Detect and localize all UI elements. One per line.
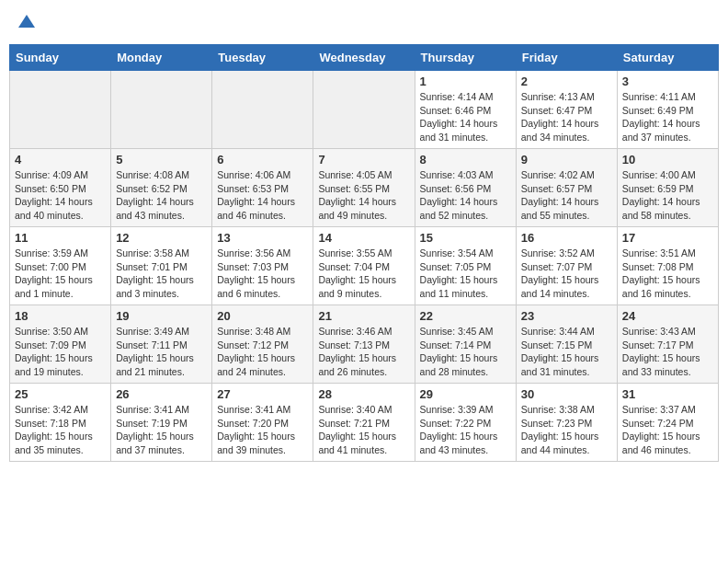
weekday-header-monday: Monday	[111, 45, 212, 71]
day-number: 23	[521, 309, 612, 323]
day-detail: Sunrise: 3:55 AM Sunset: 7:04 PM Dayligh…	[318, 247, 409, 301]
day-detail: Sunrise: 3:52 AM Sunset: 7:07 PM Dayligh…	[521, 247, 612, 301]
day-detail: Sunrise: 4:00 AM Sunset: 6:59 PM Dayligh…	[622, 168, 713, 223]
calendar-cell: 9Sunrise: 4:02 AM Sunset: 6:57 PM Daylig…	[516, 149, 617, 227]
logo	[17, 13, 35, 33]
day-detail: Sunrise: 3:37 AM Sunset: 7:24 PM Dayligh…	[622, 403, 713, 457]
day-number: 26	[116, 387, 207, 401]
day-detail: Sunrise: 3:45 AM Sunset: 7:14 PM Dayligh…	[420, 325, 511, 379]
day-detail: Sunrise: 3:41 AM Sunset: 7:19 PM Dayligh…	[116, 403, 207, 457]
day-number: 9	[521, 153, 612, 167]
day-detail: Sunrise: 4:06 AM Sunset: 6:53 PM Dayligh…	[217, 168, 308, 223]
day-number: 10	[622, 153, 713, 167]
calendar-cell: 5Sunrise: 4:08 AM Sunset: 6:52 PM Daylig…	[111, 149, 212, 227]
day-number: 17	[622, 231, 713, 245]
calendar-cell: 13Sunrise: 3:56 AM Sunset: 7:03 PM Dayli…	[212, 227, 313, 305]
calendar-cell: 1Sunrise: 4:14 AM Sunset: 6:46 PM Daylig…	[415, 71, 516, 149]
calendar-cell: 16Sunrise: 3:52 AM Sunset: 7:07 PM Dayli…	[516, 227, 617, 305]
calendar-cell: 27Sunrise: 3:41 AM Sunset: 7:20 PM Dayli…	[212, 384, 313, 462]
weekday-header-wednesday: Wednesday	[313, 45, 415, 71]
day-number: 6	[217, 153, 308, 167]
day-detail: Sunrise: 4:03 AM Sunset: 6:56 PM Dayligh…	[420, 168, 511, 223]
day-detail: Sunrise: 3:50 AM Sunset: 7:09 PM Dayligh…	[15, 325, 106, 379]
day-number: 8	[420, 153, 511, 167]
day-detail: Sunrise: 3:41 AM Sunset: 7:20 PM Dayligh…	[217, 403, 308, 457]
day-detail: Sunrise: 3:51 AM Sunset: 7:08 PM Dayligh…	[622, 247, 713, 301]
day-number: 13	[217, 231, 308, 245]
calendar-cell: 22Sunrise: 3:45 AM Sunset: 7:14 PM Dayli…	[415, 305, 516, 384]
day-number: 29	[420, 387, 511, 401]
calendar-cell: 6Sunrise: 4:06 AM Sunset: 6:53 PM Daylig…	[212, 149, 313, 227]
day-number: 24	[622, 309, 713, 323]
calendar-cell: 25Sunrise: 3:42 AM Sunset: 7:18 PM Dayli…	[10, 384, 111, 462]
weekday-header-saturday: Saturday	[617, 45, 718, 71]
day-detail: Sunrise: 3:59 AM Sunset: 7:00 PM Dayligh…	[15, 247, 106, 301]
day-detail: Sunrise: 3:48 AM Sunset: 7:12 PM Dayligh…	[217, 325, 308, 379]
calendar-cell	[10, 71, 111, 149]
calendar-cell: 19Sunrise: 3:49 AM Sunset: 7:11 PM Dayli…	[111, 305, 212, 384]
day-detail: Sunrise: 3:44 AM Sunset: 7:15 PM Dayligh…	[521, 325, 612, 379]
day-number: 4	[15, 153, 106, 167]
calendar-cell: 4Sunrise: 4:09 AM Sunset: 6:50 PM Daylig…	[10, 149, 111, 227]
week-row-2: 4Sunrise: 4:09 AM Sunset: 6:50 PM Daylig…	[10, 149, 719, 227]
svg-marker-0	[18, 15, 35, 28]
day-detail: Sunrise: 4:05 AM Sunset: 6:55 PM Dayligh…	[318, 168, 409, 223]
day-number: 15	[420, 231, 511, 245]
weekday-header-sunday: Sunday	[10, 45, 111, 71]
day-number: 21	[318, 309, 409, 323]
calendar-table: SundayMondayTuesdayWednesdayThursdayFrid…	[9, 44, 719, 462]
day-number: 27	[217, 387, 308, 401]
weekday-header-tuesday: Tuesday	[212, 45, 313, 71]
calendar-cell: 11Sunrise: 3:59 AM Sunset: 7:00 PM Dayli…	[10, 227, 111, 305]
weekday-header-row: SundayMondayTuesdayWednesdayThursdayFrid…	[10, 45, 719, 71]
weekday-header-thursday: Thursday	[415, 45, 516, 71]
day-number: 19	[116, 309, 207, 323]
calendar-cell: 24Sunrise: 3:43 AM Sunset: 7:17 PM Dayli…	[617, 305, 718, 384]
calendar-cell: 26Sunrise: 3:41 AM Sunset: 7:19 PM Dayli…	[111, 384, 212, 462]
calendar-cell	[111, 71, 212, 149]
day-number: 7	[318, 153, 409, 167]
calendar-cell: 31Sunrise: 3:37 AM Sunset: 7:24 PM Dayli…	[617, 384, 718, 462]
day-number: 11	[15, 231, 106, 245]
calendar-cell: 23Sunrise: 3:44 AM Sunset: 7:15 PM Dayli…	[516, 305, 617, 384]
calendar-cell: 10Sunrise: 4:00 AM Sunset: 6:59 PM Dayli…	[617, 149, 718, 227]
day-detail: Sunrise: 3:43 AM Sunset: 7:17 PM Dayligh…	[622, 325, 713, 379]
day-detail: Sunrise: 3:40 AM Sunset: 7:21 PM Dayligh…	[318, 403, 409, 457]
calendar-cell	[313, 71, 415, 149]
calendar-cell: 28Sunrise: 3:40 AM Sunset: 7:21 PM Dayli…	[313, 384, 415, 462]
day-number: 31	[622, 387, 713, 401]
calendar-cell: 7Sunrise: 4:05 AM Sunset: 6:55 PM Daylig…	[313, 149, 415, 227]
week-row-4: 18Sunrise: 3:50 AM Sunset: 7:09 PM Dayli…	[10, 305, 719, 384]
day-number: 3	[622, 75, 713, 88]
logo-icon	[18, 13, 35, 29]
day-number: 18	[15, 309, 106, 323]
calendar-cell: 18Sunrise: 3:50 AM Sunset: 7:09 PM Dayli…	[10, 305, 111, 384]
day-number: 16	[521, 231, 612, 245]
day-detail: Sunrise: 3:42 AM Sunset: 7:18 PM Dayligh…	[15, 403, 106, 457]
week-row-3: 11Sunrise: 3:59 AM Sunset: 7:00 PM Dayli…	[10, 227, 719, 305]
calendar-cell: 2Sunrise: 4:13 AM Sunset: 6:47 PM Daylig…	[516, 71, 617, 149]
calendar-cell: 12Sunrise: 3:58 AM Sunset: 7:01 PM Dayli…	[111, 227, 212, 305]
day-number: 25	[15, 387, 106, 401]
day-detail: Sunrise: 4:08 AM Sunset: 6:52 PM Dayligh…	[116, 168, 207, 223]
calendar-cell: 30Sunrise: 3:38 AM Sunset: 7:23 PM Dayli…	[516, 384, 617, 462]
day-number: 22	[420, 309, 511, 323]
calendar-cell: 3Sunrise: 4:11 AM Sunset: 6:49 PM Daylig…	[617, 71, 718, 149]
page-header	[9, 9, 719, 37]
calendar-cell: 20Sunrise: 3:48 AM Sunset: 7:12 PM Dayli…	[212, 305, 313, 384]
week-row-1: 1Sunrise: 4:14 AM Sunset: 6:46 PM Daylig…	[10, 71, 719, 149]
day-detail: Sunrise: 4:13 AM Sunset: 6:47 PM Dayligh…	[521, 90, 612, 144]
day-number: 1	[420, 75, 511, 88]
day-number: 2	[521, 75, 612, 88]
day-number: 5	[116, 153, 207, 167]
calendar-cell: 21Sunrise: 3:46 AM Sunset: 7:13 PM Dayli…	[313, 305, 415, 384]
day-detail: Sunrise: 4:09 AM Sunset: 6:50 PM Dayligh…	[15, 168, 106, 223]
day-detail: Sunrise: 4:14 AM Sunset: 6:46 PM Dayligh…	[420, 90, 511, 144]
day-detail: Sunrise: 3:39 AM Sunset: 7:22 PM Dayligh…	[420, 403, 511, 457]
day-detail: Sunrise: 3:54 AM Sunset: 7:05 PM Dayligh…	[420, 247, 511, 301]
day-detail: Sunrise: 3:46 AM Sunset: 7:13 PM Dayligh…	[318, 325, 409, 379]
day-detail: Sunrise: 4:02 AM Sunset: 6:57 PM Dayligh…	[521, 168, 612, 223]
day-number: 30	[521, 387, 612, 401]
day-detail: Sunrise: 3:38 AM Sunset: 7:23 PM Dayligh…	[521, 403, 612, 457]
calendar-cell: 17Sunrise: 3:51 AM Sunset: 7:08 PM Dayli…	[617, 227, 718, 305]
